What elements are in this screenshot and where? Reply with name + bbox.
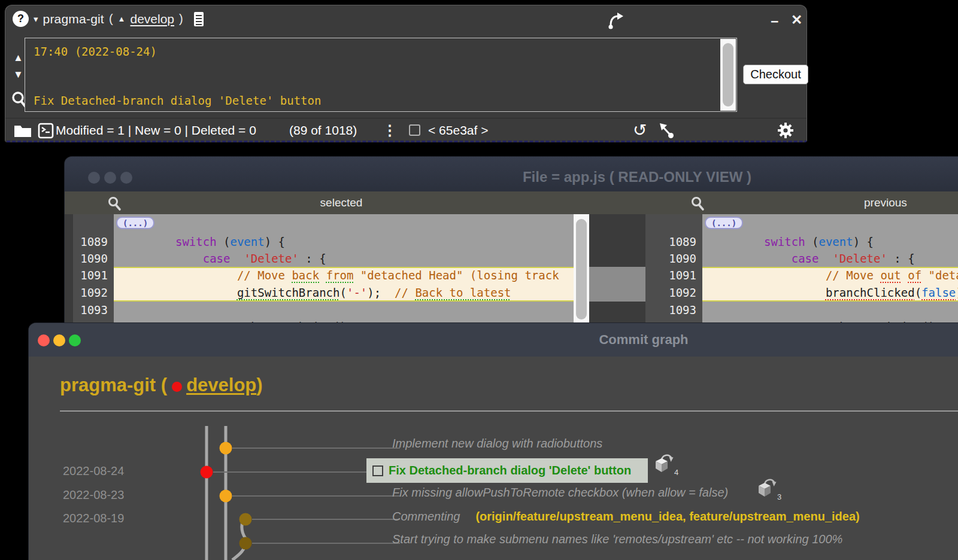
commit-graph-canvas[interactable] bbox=[148, 413, 400, 560]
current-branch-link[interactable]: develop bbox=[130, 12, 174, 26]
code-token: out bbox=[880, 269, 901, 282]
traffic-zoom-icon[interactable] bbox=[69, 334, 81, 346]
left-line-numbers: 108910901091109210931094 bbox=[73, 214, 114, 336]
push-icon[interactable] bbox=[653, 452, 674, 474]
repo-heading: pragma-git (develop) bbox=[60, 375, 263, 396]
code-line: branchClicked(false); bbox=[702, 284, 958, 302]
code-line: // Move back from "detached Head" (losin… bbox=[114, 267, 574, 284]
line-number: 1093 bbox=[73, 302, 114, 318]
code-line: gitSwitchBranch('-'); // Back to latest bbox=[114, 284, 574, 302]
code-token bbox=[114, 269, 237, 282]
close-button[interactable]: ✕ bbox=[791, 13, 802, 27]
code-token: "detached Head" (losing bbox=[921, 269, 958, 282]
code-token: ) { bbox=[265, 235, 285, 248]
code-token: branchClicked bbox=[826, 286, 915, 299]
code-token bbox=[702, 252, 792, 265]
traffic-zoom-icon[interactable] bbox=[120, 172, 132, 184]
commit-checkbox[interactable] bbox=[372, 465, 383, 476]
status-checkbox[interactable] bbox=[409, 124, 420, 136]
commit-position: (89 of 1018) bbox=[289, 123, 357, 138]
code-token: event bbox=[230, 235, 264, 248]
branch-switch-icon[interactable] bbox=[605, 11, 626, 31]
commit-node[interactable] bbox=[240, 537, 252, 550]
commit-message-area[interactable]: 17:40 (2022-08-24) Fix Detached-branch d… bbox=[25, 38, 737, 112]
left-pane-label: selected bbox=[320, 196, 363, 209]
branch-triangle-icon: ▲ bbox=[118, 14, 126, 23]
search-icon[interactable] bbox=[690, 196, 705, 211]
commit-message-item[interactable]: Fix missing allowPushToRemote checkbox (… bbox=[392, 486, 728, 500]
code-token: : { bbox=[299, 252, 326, 265]
code-line bbox=[114, 302, 574, 318]
code-token: 'Delete' bbox=[832, 252, 887, 265]
nav-up-icon[interactable]: ▲ bbox=[13, 52, 23, 64]
line-number: 1089 bbox=[73, 233, 114, 250]
repo-heading-name: pragma-git ( bbox=[60, 375, 167, 396]
code-token: ); bbox=[367, 286, 395, 299]
fold-badge[interactable]: (...) bbox=[116, 217, 154, 229]
code-token: case bbox=[792, 252, 819, 265]
code-line: (...) bbox=[702, 214, 958, 233]
search-icon[interactable] bbox=[107, 196, 122, 211]
commit-scrollbar[interactable] bbox=[720, 39, 736, 111]
selected-commit-row[interactable]: Fix Detached-branch dialog 'Delete' butt… bbox=[366, 458, 648, 483]
code-token: // Move bbox=[826, 269, 881, 282]
traffic-close-icon[interactable] bbox=[38, 334, 50, 346]
commit-graph-window: Commit graph pragma-git (develop) 2022-0… bbox=[29, 323, 958, 560]
fold-badge[interactable]: (...) bbox=[705, 217, 743, 229]
commit-message-item[interactable]: Implement new dialog with radiobuttons bbox=[392, 437, 602, 451]
chevron-down-icon[interactable]: ▾ bbox=[34, 14, 38, 25]
nav-down-icon[interactable]: ▼ bbox=[13, 69, 23, 81]
status-bar: Modified = 1 | New = 0 | Deleted = 0 (89… bbox=[5, 118, 807, 142]
checkout-arrow-icon[interactable] bbox=[658, 122, 675, 139]
kebab-menu-icon[interactable]: ⋮ bbox=[383, 122, 397, 139]
code-token: 'Delete' bbox=[244, 252, 299, 265]
right-code-pane[interactable]: (...) switch (event) { case 'Delete' : {… bbox=[702, 214, 958, 336]
line-number bbox=[73, 214, 114, 233]
code-token: "detached Head" (losing track bbox=[353, 269, 559, 282]
right-line-numbers: 108910901091109210931094 bbox=[645, 214, 702, 336]
code-line: (...) bbox=[114, 214, 574, 233]
code-token: gitSwitchBranch bbox=[237, 286, 340, 299]
commit-message-item[interactable]: Commenting (origin/feature/upstream_menu… bbox=[392, 510, 860, 524]
traffic-minimize-icon[interactable] bbox=[53, 334, 65, 346]
commit-node-current[interactable] bbox=[201, 466, 213, 479]
code-token bbox=[114, 235, 175, 248]
checkout-button[interactable]: Checkout bbox=[743, 65, 808, 84]
code-line bbox=[702, 302, 958, 318]
commit-node[interactable] bbox=[220, 442, 232, 455]
diff-toolbar: selected previous bbox=[65, 191, 958, 214]
diff-scrollbar[interactable] bbox=[574, 214, 589, 336]
commit-node[interactable] bbox=[220, 490, 232, 503]
undo-icon[interactable]: ↺ bbox=[633, 122, 647, 139]
diff-window-title: File = app.js ( READ-ONLY VIEW ) bbox=[523, 169, 751, 185]
code-token: case bbox=[203, 252, 231, 265]
repo-title: pragma-git bbox=[43, 12, 104, 26]
commit-node[interactable] bbox=[240, 513, 252, 526]
left-code-pane[interactable]: (...) switch (event) { case 'Delete' : {… bbox=[114, 214, 574, 336]
graph-window-title: Commit graph bbox=[599, 332, 688, 348]
line-number: 1093 bbox=[645, 302, 702, 318]
minimize-button[interactable]: − bbox=[771, 15, 778, 29]
terminal-icon[interactable] bbox=[38, 123, 54, 139]
commit-message-item[interactable]: Start trying to make submenu names like … bbox=[392, 532, 842, 546]
repo-heading-close: ) bbox=[256, 375, 262, 396]
notes-icon[interactable] bbox=[193, 11, 205, 27]
code-token: ( bbox=[217, 235, 231, 248]
gear-icon[interactable] bbox=[777, 121, 795, 139]
heading-branch-link[interactable]: develop bbox=[186, 375, 256, 396]
traffic-close-icon[interactable] bbox=[88, 172, 100, 184]
line-number: 1091 bbox=[645, 267, 702, 284]
selected-commit-message[interactable]: Fix Detached-branch dialog 'Delete' butt… bbox=[389, 464, 631, 477]
push-icon[interactable] bbox=[756, 477, 777, 499]
code-token: switch bbox=[175, 235, 217, 248]
code-token bbox=[114, 252, 203, 265]
line-number: 1090 bbox=[73, 250, 114, 267]
push-count: 3 bbox=[777, 492, 781, 501]
code-token: '-' bbox=[347, 286, 367, 299]
help-icon[interactable]: ? bbox=[13, 11, 29, 27]
traffic-minimize-icon[interactable] bbox=[104, 172, 116, 184]
line-number: 1090 bbox=[645, 250, 702, 267]
code-token: // bbox=[395, 286, 415, 299]
code-token: Back to latest bbox=[415, 286, 511, 299]
folder-icon[interactable] bbox=[14, 124, 32, 138]
